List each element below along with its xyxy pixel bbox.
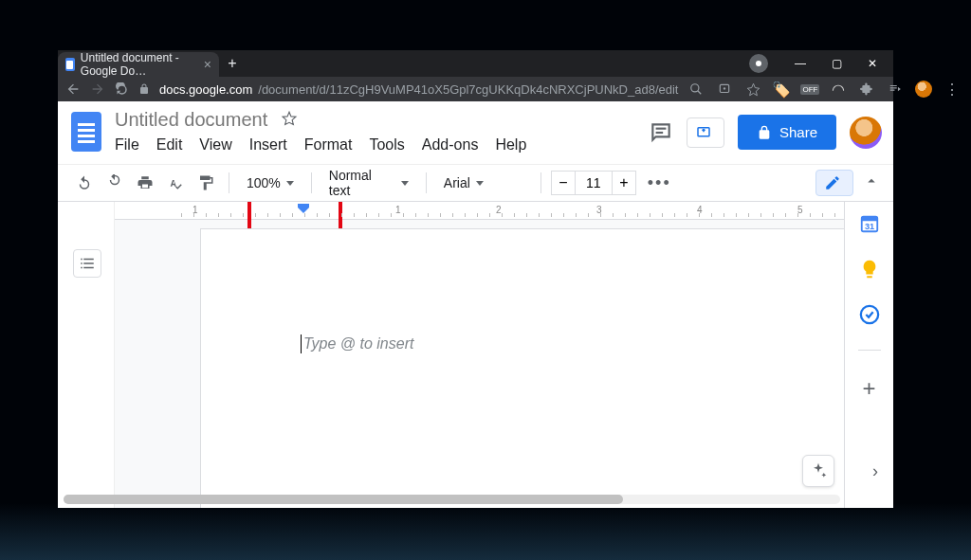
ruler-tick xyxy=(465,213,466,217)
calendar-app-icon[interactable]: 31 xyxy=(859,213,880,234)
toolbar: 100% Normal text Arial − 11 + ••• xyxy=(58,164,893,202)
svg-text:31: 31 xyxy=(864,222,873,231)
reload-button[interactable] xyxy=(115,81,129,98)
menu-insert[interactable]: Insert xyxy=(249,136,287,154)
share-button[interactable]: Share xyxy=(738,115,836,150)
chevron-down-icon xyxy=(476,181,484,186)
ruler-tick xyxy=(576,213,577,217)
document-title[interactable]: Untitled document xyxy=(115,109,267,131)
header-actions: Share xyxy=(649,109,882,150)
ruler-tick xyxy=(736,213,737,217)
reading-list-icon[interactable] xyxy=(887,81,904,98)
horizontal-ruler[interactable]: 1 1 2 3 4 5 xyxy=(115,202,844,220)
document-outline-button[interactable] xyxy=(73,249,101,278)
ruler-tick xyxy=(637,213,638,217)
zoom-page-icon[interactable] xyxy=(687,81,705,98)
get-addons-button[interactable]: + xyxy=(862,375,875,402)
ruler-tick xyxy=(502,213,503,217)
spellcheck-button[interactable] xyxy=(162,170,189,196)
ruler-tick xyxy=(797,213,798,217)
ruler-tick xyxy=(760,213,761,217)
menu-file[interactable]: File xyxy=(115,136,139,154)
keep-app-icon[interactable] xyxy=(859,259,880,280)
zoom-dropdown[interactable]: 100% xyxy=(239,170,302,196)
hide-side-panel-button[interactable]: › xyxy=(872,461,878,481)
document-area: 1 1 2 3 4 5 Type @ to insert xyxy=(115,202,844,508)
ruler-tick xyxy=(563,213,564,217)
ruler-tick xyxy=(600,213,601,217)
ruler-tick xyxy=(711,213,712,217)
ruler-tick xyxy=(489,213,490,217)
toolbar-separator xyxy=(229,172,229,193)
lock-icon[interactable] xyxy=(138,81,150,98)
extension-2-icon[interactable]: OFF xyxy=(801,81,818,98)
address-bar-actions: 🏷️ OFF ◠ ⋮ xyxy=(687,81,961,98)
account-avatar-icon[interactable] xyxy=(850,117,882,149)
font-size-input[interactable]: 11 xyxy=(576,171,612,195)
present-button[interactable] xyxy=(687,117,724,148)
tab-strip: Untitled document - Google Do… × + — ▢ ✕ xyxy=(58,50,893,77)
comment-history-button[interactable] xyxy=(649,120,673,145)
menu-help[interactable]: Help xyxy=(495,136,526,154)
ruler-tick xyxy=(613,213,614,217)
redo-button[interactable] xyxy=(101,170,128,196)
menu-tools[interactable]: Tools xyxy=(369,136,404,154)
menu-format[interactable]: Format xyxy=(304,136,353,154)
ruler-tick xyxy=(662,213,663,217)
editing-mode-button[interactable] xyxy=(815,170,853,196)
share-label: Share xyxy=(779,124,817,140)
media-control-icon[interactable] xyxy=(749,54,768,73)
decrease-font-size-button[interactable]: − xyxy=(551,171,576,195)
extension-1-icon[interactable]: 🏷️ xyxy=(773,81,790,98)
url-field[interactable]: docs.google.com/document/d/11zCgH9VuMP41… xyxy=(159,82,678,97)
side-panel: 31 + xyxy=(844,202,893,508)
ruler-tick xyxy=(477,213,478,217)
minimize-button[interactable]: — xyxy=(783,51,817,76)
profile-avatar-icon[interactable] xyxy=(915,81,932,98)
ruler-tick xyxy=(317,213,318,217)
ruler-tick xyxy=(206,213,207,217)
new-tab-button[interactable]: + xyxy=(219,50,246,77)
placeholder-text: Type @ to insert xyxy=(303,335,413,352)
print-button[interactable] xyxy=(132,170,158,196)
paragraph-style-dropdown[interactable]: Normal text xyxy=(321,170,416,196)
menu-edit[interactable]: Edit xyxy=(156,136,183,154)
back-button[interactable] xyxy=(65,81,81,98)
star-icon[interactable] xyxy=(281,110,298,131)
chevron-down-icon xyxy=(401,181,409,186)
chevron-down-icon xyxy=(286,181,294,186)
increase-font-size-button[interactable]: + xyxy=(612,171,636,195)
more-toolbar-button[interactable]: ••• xyxy=(640,173,679,193)
menu-addons[interactable]: Add-ons xyxy=(422,136,479,154)
ruler-tick xyxy=(822,213,823,217)
maximize-button[interactable]: ▢ xyxy=(819,51,853,76)
browser-tab[interactable]: Untitled document - Google Do… × xyxy=(58,52,219,77)
install-app-icon[interactable] xyxy=(716,81,733,98)
svg-line-1 xyxy=(698,91,702,95)
ruler-tick xyxy=(526,213,527,217)
explore-button[interactable] xyxy=(802,455,834,487)
extensions-menu-icon[interactable] xyxy=(858,81,875,98)
undo-button[interactable] xyxy=(71,170,98,196)
desktop-reflection xyxy=(0,503,971,560)
chrome-window: Untitled document - Google Do… × + — ▢ ✕… xyxy=(58,50,893,508)
tasks-app-icon[interactable] xyxy=(859,304,880,325)
window-controls: — ▢ ✕ xyxy=(749,50,893,77)
ruler-tick xyxy=(773,213,774,217)
horizontal-scrollbar[interactable] xyxy=(64,495,840,504)
paint-format-button[interactable] xyxy=(192,170,219,196)
collapse-toolbar-button[interactable] xyxy=(863,172,880,193)
bookmark-star-icon[interactable] xyxy=(744,81,761,98)
close-window-button[interactable]: ✕ xyxy=(855,51,889,76)
font-family-dropdown[interactable]: Arial xyxy=(436,170,531,196)
ruler-tick xyxy=(440,213,441,217)
extension-3-icon[interactable]: ◠ xyxy=(830,81,847,98)
menu-view[interactable]: View xyxy=(199,136,231,154)
document-page[interactable] xyxy=(200,228,844,508)
indent-marker-icon[interactable] xyxy=(298,204,309,215)
close-tab-icon[interactable]: × xyxy=(204,57,211,72)
forward-button[interactable] xyxy=(90,81,105,98)
docs-logo-icon[interactable] xyxy=(69,109,103,154)
left-gutter xyxy=(58,202,115,508)
chrome-menu-icon[interactable]: ⋮ xyxy=(944,81,961,98)
